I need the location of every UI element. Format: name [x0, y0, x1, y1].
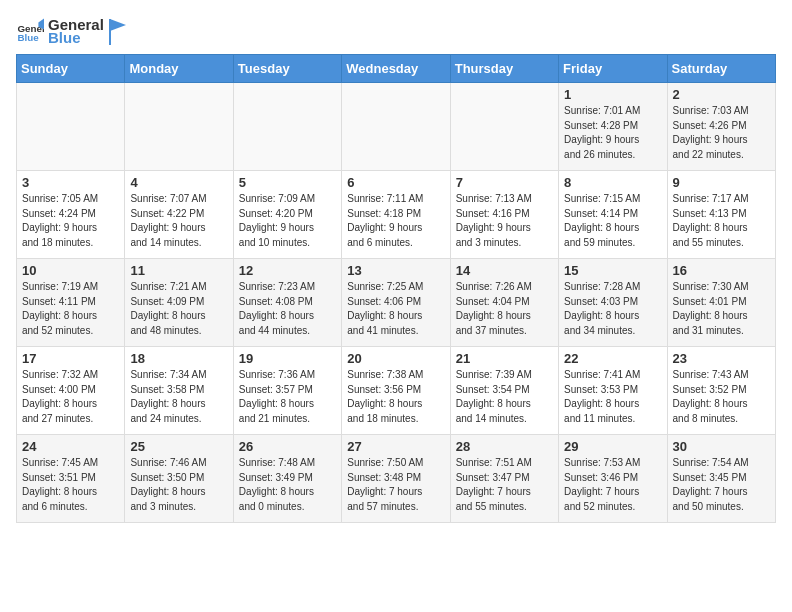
day-info: Sunrise: 7:28 AM Sunset: 4:03 PM Dayligh… — [564, 280, 661, 338]
calendar-cell: 26Sunrise: 7:48 AM Sunset: 3:49 PM Dayli… — [233, 435, 341, 523]
day-number: 15 — [564, 263, 661, 278]
calendar-cell: 29Sunrise: 7:53 AM Sunset: 3:46 PM Dayli… — [559, 435, 667, 523]
day-number: 13 — [347, 263, 444, 278]
day-number: 3 — [22, 175, 119, 190]
day-info: Sunrise: 7:30 AM Sunset: 4:01 PM Dayligh… — [673, 280, 770, 338]
calendar-cell: 9Sunrise: 7:17 AM Sunset: 4:13 PM Daylig… — [667, 171, 775, 259]
day-info: Sunrise: 7:23 AM Sunset: 4:08 PM Dayligh… — [239, 280, 336, 338]
day-info: Sunrise: 7:26 AM Sunset: 4:04 PM Dayligh… — [456, 280, 553, 338]
day-info: Sunrise: 7:25 AM Sunset: 4:06 PM Dayligh… — [347, 280, 444, 338]
svg-text:Blue: Blue — [17, 32, 39, 43]
day-info: Sunrise: 7:17 AM Sunset: 4:13 PM Dayligh… — [673, 192, 770, 250]
day-info: Sunrise: 7:48 AM Sunset: 3:49 PM Dayligh… — [239, 456, 336, 514]
calendar-cell: 30Sunrise: 7:54 AM Sunset: 3:45 PM Dayli… — [667, 435, 775, 523]
day-number: 30 — [673, 439, 770, 454]
day-number: 25 — [130, 439, 227, 454]
calendar-cell: 28Sunrise: 7:51 AM Sunset: 3:47 PM Dayli… — [450, 435, 558, 523]
svg-marker-3 — [110, 19, 126, 31]
day-number: 5 — [239, 175, 336, 190]
day-number: 28 — [456, 439, 553, 454]
day-info: Sunrise: 7:11 AM Sunset: 4:18 PM Dayligh… — [347, 192, 444, 250]
day-info: Sunrise: 7:03 AM Sunset: 4:26 PM Dayligh… — [673, 104, 770, 162]
day-number: 1 — [564, 87, 661, 102]
calendar-cell: 10Sunrise: 7:19 AM Sunset: 4:11 PM Dayli… — [17, 259, 125, 347]
weekday-header-sunday: Sunday — [17, 55, 125, 83]
calendar-cell: 13Sunrise: 7:25 AM Sunset: 4:06 PM Dayli… — [342, 259, 450, 347]
day-info: Sunrise: 7:19 AM Sunset: 4:11 PM Dayligh… — [22, 280, 119, 338]
day-info: Sunrise: 7:46 AM Sunset: 3:50 PM Dayligh… — [130, 456, 227, 514]
calendar-cell: 2Sunrise: 7:03 AM Sunset: 4:26 PM Daylig… — [667, 83, 775, 171]
day-info: Sunrise: 7:50 AM Sunset: 3:48 PM Dayligh… — [347, 456, 444, 514]
day-number: 18 — [130, 351, 227, 366]
day-info: Sunrise: 7:05 AM Sunset: 4:24 PM Dayligh… — [22, 192, 119, 250]
calendar-cell: 3Sunrise: 7:05 AM Sunset: 4:24 PM Daylig… — [17, 171, 125, 259]
calendar-cell: 23Sunrise: 7:43 AM Sunset: 3:52 PM Dayli… — [667, 347, 775, 435]
day-number: 29 — [564, 439, 661, 454]
calendar-cell: 19Sunrise: 7:36 AM Sunset: 3:57 PM Dayli… — [233, 347, 341, 435]
calendar-cell: 7Sunrise: 7:13 AM Sunset: 4:16 PM Daylig… — [450, 171, 558, 259]
calendar-cell: 21Sunrise: 7:39 AM Sunset: 3:54 PM Dayli… — [450, 347, 558, 435]
day-number: 20 — [347, 351, 444, 366]
weekday-header-monday: Monday — [125, 55, 233, 83]
day-number: 22 — [564, 351, 661, 366]
calendar-table: SundayMondayTuesdayWednesdayThursdayFrid… — [16, 54, 776, 523]
calendar-cell: 16Sunrise: 7:30 AM Sunset: 4:01 PM Dayli… — [667, 259, 775, 347]
weekday-header-tuesday: Tuesday — [233, 55, 341, 83]
calendar-cell: 24Sunrise: 7:45 AM Sunset: 3:51 PM Dayli… — [17, 435, 125, 523]
day-number: 27 — [347, 439, 444, 454]
calendar-cell — [342, 83, 450, 171]
day-info: Sunrise: 7:01 AM Sunset: 4:28 PM Dayligh… — [564, 104, 661, 162]
weekday-header-thursday: Thursday — [450, 55, 558, 83]
logo-flag-icon — [108, 17, 128, 45]
calendar-cell — [125, 83, 233, 171]
day-info: Sunrise: 7:07 AM Sunset: 4:22 PM Dayligh… — [130, 192, 227, 250]
weekday-header-saturday: Saturday — [667, 55, 775, 83]
calendar-cell: 17Sunrise: 7:32 AM Sunset: 4:00 PM Dayli… — [17, 347, 125, 435]
calendar-cell — [450, 83, 558, 171]
weekday-header-friday: Friday — [559, 55, 667, 83]
calendar-cell: 27Sunrise: 7:50 AM Sunset: 3:48 PM Dayli… — [342, 435, 450, 523]
weekday-header-wednesday: Wednesday — [342, 55, 450, 83]
day-info: Sunrise: 7:13 AM Sunset: 4:16 PM Dayligh… — [456, 192, 553, 250]
day-number: 26 — [239, 439, 336, 454]
calendar-cell: 4Sunrise: 7:07 AM Sunset: 4:22 PM Daylig… — [125, 171, 233, 259]
day-number: 12 — [239, 263, 336, 278]
calendar-cell — [17, 83, 125, 171]
calendar-cell: 18Sunrise: 7:34 AM Sunset: 3:58 PM Dayli… — [125, 347, 233, 435]
calendar-cell: 1Sunrise: 7:01 AM Sunset: 4:28 PM Daylig… — [559, 83, 667, 171]
day-info: Sunrise: 7:36 AM Sunset: 3:57 PM Dayligh… — [239, 368, 336, 426]
day-number: 19 — [239, 351, 336, 366]
day-info: Sunrise: 7:43 AM Sunset: 3:52 PM Dayligh… — [673, 368, 770, 426]
day-number: 23 — [673, 351, 770, 366]
calendar-cell: 22Sunrise: 7:41 AM Sunset: 3:53 PM Dayli… — [559, 347, 667, 435]
day-number: 10 — [22, 263, 119, 278]
calendar-cell — [233, 83, 341, 171]
day-info: Sunrise: 7:45 AM Sunset: 3:51 PM Dayligh… — [22, 456, 119, 514]
day-info: Sunrise: 7:39 AM Sunset: 3:54 PM Dayligh… — [456, 368, 553, 426]
logo: General Blue General Blue — [16, 16, 128, 46]
day-info: Sunrise: 7:15 AM Sunset: 4:14 PM Dayligh… — [564, 192, 661, 250]
day-info: Sunrise: 7:32 AM Sunset: 4:00 PM Dayligh… — [22, 368, 119, 426]
day-number: 21 — [456, 351, 553, 366]
calendar-cell: 8Sunrise: 7:15 AM Sunset: 4:14 PM Daylig… — [559, 171, 667, 259]
day-number: 4 — [130, 175, 227, 190]
day-number: 14 — [456, 263, 553, 278]
day-info: Sunrise: 7:09 AM Sunset: 4:20 PM Dayligh… — [239, 192, 336, 250]
day-info: Sunrise: 7:34 AM Sunset: 3:58 PM Dayligh… — [130, 368, 227, 426]
day-number: 7 — [456, 175, 553, 190]
day-number: 6 — [347, 175, 444, 190]
day-info: Sunrise: 7:51 AM Sunset: 3:47 PM Dayligh… — [456, 456, 553, 514]
day-info: Sunrise: 7:38 AM Sunset: 3:56 PM Dayligh… — [347, 368, 444, 426]
day-info: Sunrise: 7:53 AM Sunset: 3:46 PM Dayligh… — [564, 456, 661, 514]
day-number: 24 — [22, 439, 119, 454]
calendar-cell: 12Sunrise: 7:23 AM Sunset: 4:08 PM Dayli… — [233, 259, 341, 347]
logo-icon: General Blue — [16, 17, 44, 45]
day-info: Sunrise: 7:21 AM Sunset: 4:09 PM Dayligh… — [130, 280, 227, 338]
day-number: 11 — [130, 263, 227, 278]
day-number: 2 — [673, 87, 770, 102]
calendar-cell: 6Sunrise: 7:11 AM Sunset: 4:18 PM Daylig… — [342, 171, 450, 259]
day-number: 17 — [22, 351, 119, 366]
calendar-cell: 11Sunrise: 7:21 AM Sunset: 4:09 PM Dayli… — [125, 259, 233, 347]
calendar-cell: 20Sunrise: 7:38 AM Sunset: 3:56 PM Dayli… — [342, 347, 450, 435]
calendar-cell: 25Sunrise: 7:46 AM Sunset: 3:50 PM Dayli… — [125, 435, 233, 523]
